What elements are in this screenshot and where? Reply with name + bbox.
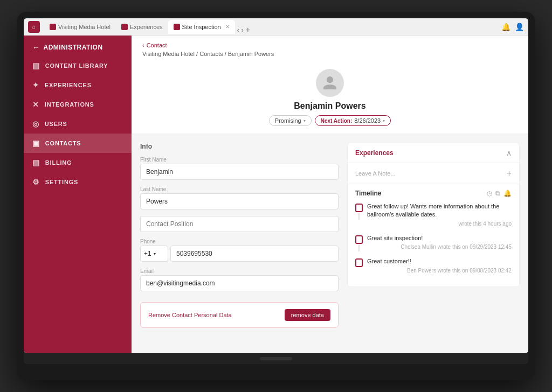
home-button[interactable]: ⌂ [28, 21, 40, 33]
integrations-icon: ✕ [32, 100, 39, 109]
avatar [316, 69, 344, 97]
filter-icon[interactable]: ◷ [487, 190, 492, 197]
last-name-input[interactable] [140, 193, 339, 209]
timeline-content-0: Great follow up! Wants more information … [367, 202, 512, 227]
phone-row: +1 ▾ [140, 246, 339, 262]
first-name-input[interactable] [140, 164, 339, 180]
leave-note-row: Leave A Note... + [348, 163, 519, 184]
status-badge[interactable]: Promising ▾ [269, 115, 312, 126]
timeline-text: Great site inspection! [367, 234, 512, 242]
timeline-dot [355, 235, 363, 244]
add-note-button[interactable]: + [507, 169, 512, 178]
leave-note-placeholder[interactable]: Leave A Note... [355, 170, 396, 177]
sidebar-back-button[interactable]: ← ADMINISTRATION [24, 36, 132, 56]
contact-profile: Benjamin Powers Promising ▾ Next Action:… [142, 64, 518, 134]
tab-experiences[interactable]: Experiences [116, 20, 168, 34]
copy-icon[interactable]: ⧉ [495, 190, 500, 197]
back-chevron-icon[interactable]: ‹ [237, 26, 239, 34]
timeline-entry-1: Great site inspection! Chelsea Mullin wr… [355, 234, 512, 250]
two-col-layout: Info First Name Last Name [132, 134, 528, 353]
timeline-actions: ◷ ⧉ 🔔 [487, 190, 512, 197]
last-name-field: Last Name [140, 186, 339, 209]
info-panel: Info First Name Last Name [140, 143, 339, 345]
new-tab-button[interactable]: + [244, 25, 252, 34]
browser-nav-controls: ‹ › [237, 26, 244, 34]
back-to-contacts-link[interactable]: ‹ Contact [142, 42, 518, 48]
notification-icon[interactable]: 🔔 [501, 23, 510, 31]
timeline-meta: Chelsea Mullin wrote this on 09/29/2023 … [367, 244, 512, 250]
sidebar-item-billing[interactable]: ▤ BILLING [24, 153, 132, 172]
prefix-chevron-icon: ▾ [154, 251, 156, 256]
billing-icon: ▤ [32, 158, 40, 167]
timeline-entry-0: Great follow up! Wants more information … [355, 202, 512, 227]
contact-name: Benjamin Powers [294, 101, 365, 111]
timeline-content-1: Great site inspection! Chelsea Mullin wr… [367, 234, 512, 250]
tab-visiting-media[interactable]: Visiting Media Hotel [44, 20, 116, 34]
laptop-notch [260, 357, 292, 360]
contacts-icon: ▣ [32, 139, 40, 148]
status-chevron-icon: ▾ [303, 118, 306, 123]
danger-zone-section: Remove Contact Personal Data remove data [140, 302, 339, 328]
next-action-chevron-icon: ▾ [383, 118, 385, 123]
collapse-icon[interactable]: ∧ [506, 149, 512, 157]
position-field [140, 216, 339, 232]
timeline-text: Great customer!! [367, 257, 512, 265]
email-field: Email [140, 268, 339, 291]
experiences-panel: Experiences ∧ Leave A Note... + Timeline [347, 143, 520, 345]
tab-site-inspection[interactable]: Site Inspection ✕ [168, 20, 235, 34]
timeline-meta: Ben Powers wrote this on 09/08/2023 02:4… [367, 268, 512, 274]
timeline-text: Great follow up! Wants more information … [367, 202, 512, 219]
sidebar-item-content-library[interactable]: ▤ CONTENT LIBRARY [24, 56, 132, 75]
contact-badges: Promising ▾ Next Action: 8/26/2023 ▾ [269, 115, 391, 126]
content-library-icon: ▤ [32, 61, 40, 70]
experiences-header: Experiences ∧ [348, 143, 519, 163]
first-name-label: First Name [140, 157, 339, 163]
contact-header: ‹ Contact Visiting Media Hotel / Contact… [132, 36, 528, 134]
first-name-field: First Name [140, 157, 339, 180]
sidebar-item-experiences[interactable]: ✦ EXPERIENCES [24, 75, 132, 95]
sidebar-item-contacts[interactable]: ▣ CONTACTS [24, 134, 132, 153]
settings-icon: ⚙ [32, 178, 40, 186]
timeline-dot [355, 258, 363, 267]
sidebar: ← ADMINISTRATION ▤ CONTENT LIBRARY ✦ EXP… [24, 36, 132, 353]
bell-icon[interactable]: 🔔 [503, 190, 512, 197]
phone-prefix-selector[interactable]: +1 ▾ [140, 246, 168, 262]
phone-label: Phone [140, 239, 339, 244]
browser-chrome: ⌂ Visiting Media Hotel Experiences Site … [24, 18, 528, 36]
timeline-meta: wrote this 4 hours ago [367, 221, 512, 227]
timeline-dot [355, 204, 363, 212]
timeline-header: Timeline ◷ ⧉ 🔔 [355, 190, 512, 197]
phone-field: Phone +1 ▾ [140, 239, 339, 262]
experiences-title: Experiences [355, 149, 394, 157]
tab-close-icon[interactable]: ✕ [225, 24, 230, 30]
laptop-bottom-bar [24, 353, 528, 364]
email-input[interactable] [140, 275, 339, 291]
last-name-label: Last Name [140, 186, 339, 192]
sidebar-item-settings[interactable]: ⚙ SETTINGS [24, 172, 132, 192]
timeline-title: Timeline [355, 190, 381, 197]
remove-data-label: Remove Contact Personal Data [148, 312, 232, 318]
timeline-entry-2: Great customer!! Ben Powers wrote this o… [355, 257, 512, 273]
users-icon: ◎ [32, 120, 39, 128]
position-input[interactable] [140, 216, 339, 232]
remove-data-button[interactable]: remove data [285, 309, 330, 321]
breadcrumb: Visiting Media Hotel / Contacts / Benjam… [142, 51, 518, 57]
sidebar-item-users[interactable]: ◎ USERS [24, 114, 132, 134]
timeline-section: Timeline ◷ ⧉ 🔔 [348, 184, 519, 286]
next-action-badge[interactable]: Next Action: 8/26/2023 ▾ [315, 115, 391, 126]
experiences-icon: ✦ [32, 81, 39, 89]
back-chevron-icon: ‹ [142, 42, 144, 48]
phone-input[interactable] [170, 246, 339, 262]
back-arrow-icon: ← [32, 43, 40, 52]
info-section-title: Info [140, 143, 339, 150]
main-content: ‹ Contact Visiting Media Hotel / Contact… [132, 36, 528, 353]
user-avatar-icon[interactable]: 👤 [515, 23, 524, 31]
sidebar-item-integrations[interactable]: ✕ INTEGRATIONS [24, 95, 132, 114]
email-label: Email [140, 268, 339, 274]
timeline-content-2: Great customer!! Ben Powers wrote this o… [367, 257, 512, 273]
